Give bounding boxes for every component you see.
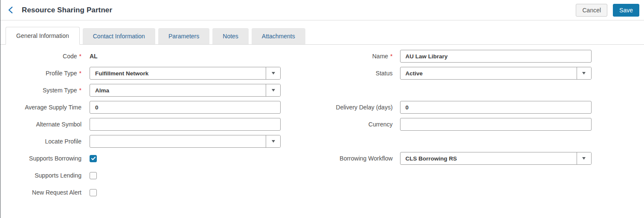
save-button[interactable]: Save (613, 4, 639, 17)
tab-notes[interactable]: Notes (212, 28, 249, 44)
status-field (400, 67, 592, 80)
required-asterisk: * (79, 53, 81, 60)
supports-lending-control (90, 172, 281, 179)
tab-attachments[interactable]: Attachments (252, 28, 305, 44)
label-text: Code (63, 53, 77, 60)
code-control: AL (90, 53, 281, 60)
name-label: Name* (286, 53, 393, 60)
back-button[interactable] (5, 4, 17, 16)
profile-type-input[interactable] (90, 67, 266, 79)
caret-down-icon (272, 89, 275, 92)
locate-profile-input[interactable] (90, 135, 266, 147)
borrowing-workflow-input[interactable] (400, 152, 577, 164)
currency-field (400, 118, 592, 131)
page-title: Resource Sharing Partner (22, 6, 112, 14)
alternate-symbol-control (90, 118, 281, 131)
caret-down-icon (272, 72, 275, 75)
label-text: Delivery Delay (days) (336, 104, 393, 111)
form-cell-right (286, 82, 644, 99)
new-request-alert-checkbox[interactable] (90, 189, 97, 196)
status-dropdown-button[interactable] (577, 67, 591, 79)
form-cell-left: Code*AL (0, 48, 286, 65)
form-cell-right: Currency (286, 116, 644, 133)
form-cell-right: Status (286, 65, 644, 82)
tab-bar: General InformationContact InformationPa… (0, 20, 644, 45)
label-text: Supports Lending (35, 172, 81, 179)
alternate-symbol-label: Alternate Symbol (0, 121, 81, 128)
code-label: Code* (0, 53, 81, 60)
currency-input[interactable] (400, 118, 591, 130)
system-type-dropdown-button[interactable] (266, 84, 280, 96)
name-input[interactable] (400, 50, 591, 62)
average-supply-time-input[interactable] (90, 101, 280, 113)
supports-borrowing-label: Supports Borrowing (0, 155, 81, 162)
borrowing-workflow-field (400, 152, 592, 165)
label-text: Borrowing Workflow (339, 155, 392, 162)
form-cell-left: System Type* (0, 82, 286, 99)
label-text: Name (372, 53, 388, 60)
locate-profile-label: Locate Profile (0, 138, 81, 145)
average-supply-time-label: Average Supply Time (0, 104, 81, 111)
delivery-delay-days-field (400, 101, 592, 114)
locate-profile-field (90, 135, 281, 148)
new-request-alert-control (90, 189, 281, 196)
alternate-symbol-input[interactable] (90, 118, 280, 130)
status-input[interactable] (400, 67, 577, 79)
form-cell-left: Alternate Symbol (0, 116, 286, 133)
required-asterisk: * (390, 53, 392, 60)
required-asterisk: * (79, 87, 81, 94)
cancel-button[interactable]: Cancel (576, 4, 607, 17)
status-control (400, 67, 592, 80)
profile-type-field (90, 67, 281, 80)
label-text: Profile Type (46, 70, 77, 77)
label-text: Status (376, 70, 393, 77)
form-row: New Request Alert (0, 184, 644, 201)
form-cell-left: New Request Alert (0, 184, 286, 201)
borrowing-workflow-dropdown-button[interactable] (577, 152, 591, 164)
currency-label: Currency (286, 121, 393, 128)
form-row: Alternate SymbolCurrency (0, 116, 644, 133)
label-text: Alternate Symbol (36, 121, 81, 128)
required-asterisk: * (79, 70, 81, 77)
tab-general-information[interactable]: General Information (6, 27, 80, 45)
check-icon (91, 156, 96, 161)
supports-lending-checkbox[interactable] (90, 172, 97, 179)
status-label: Status (286, 70, 393, 77)
locate-profile-dropdown-button[interactable] (266, 135, 280, 147)
label-text: Locate Profile (45, 138, 81, 145)
form-cell-right (286, 167, 644, 184)
locate-profile-control (90, 135, 281, 148)
form-cell-left: Locate Profile (0, 133, 286, 150)
form-cell-right (286, 133, 644, 150)
form-cell-left: Average Supply Time (0, 99, 286, 116)
form-row: Supports Lending (0, 167, 644, 184)
average-supply-time-field (90, 101, 281, 114)
form-cell-left: Supports Lending (0, 167, 286, 184)
label-text: Currency (368, 121, 393, 128)
profile-type-dropdown-button[interactable] (266, 67, 280, 79)
form-cell-left: Supports Borrowing (0, 150, 286, 167)
code-value: AL (90, 53, 98, 60)
system-type-input[interactable] (90, 84, 266, 96)
page-header: Resource Sharing Partner Cancel Save (0, 0, 644, 20)
profile-type-control (90, 67, 281, 80)
system-type-label: System Type* (0, 87, 81, 94)
system-type-control (90, 84, 281, 97)
currency-control (400, 118, 592, 131)
delivery-delay-days-input[interactable] (400, 101, 591, 113)
delivery-delay-days-control (400, 101, 592, 114)
form-row: System Type* (0, 82, 644, 99)
form-cell-right: Borrowing Workflow (286, 150, 644, 167)
supports-borrowing-checkbox[interactable] (90, 155, 97, 162)
label-text: Average Supply Time (25, 104, 81, 111)
tab-parameters[interactable]: Parameters (158, 28, 209, 44)
borrowing-workflow-label: Borrowing Workflow (286, 155, 393, 162)
form-rows: Code*ALName*Profile Type*StatusSystem Ty… (0, 45, 644, 201)
label-text: Supports Borrowing (29, 155, 81, 162)
form-row: Supports BorrowingBorrowing Workflow (0, 150, 644, 167)
tab-contact-information[interactable]: Contact Information (83, 28, 155, 44)
supports-borrowing-control (90, 155, 281, 162)
form-cell-right (286, 184, 644, 201)
name-field (400, 50, 592, 63)
borrowing-workflow-control (400, 152, 592, 165)
